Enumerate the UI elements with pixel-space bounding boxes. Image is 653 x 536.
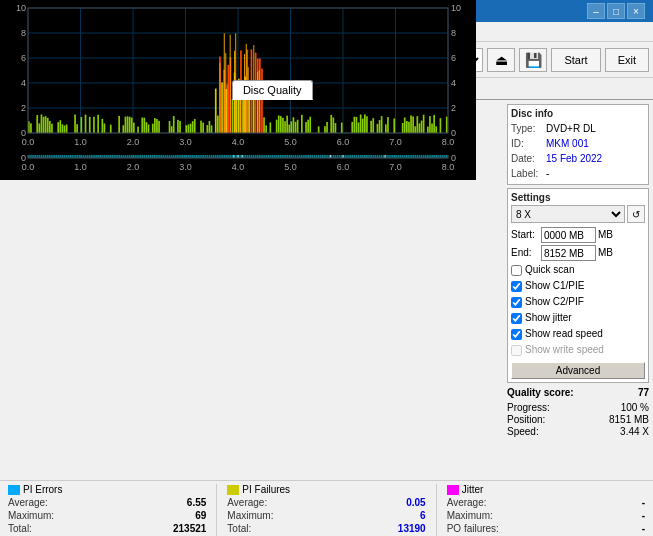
pif-avg-label: Average: bbox=[227, 497, 267, 508]
jitter-avg-value: - bbox=[642, 497, 645, 508]
pi-errors-legend: PI Errors Average: 6.55 Maximum: 69 Tota… bbox=[8, 484, 206, 536]
disc-label-label: Label: bbox=[511, 166, 543, 181]
quality-score-label: Quality score: bbox=[507, 387, 574, 398]
jitter-title: Jitter bbox=[462, 484, 484, 495]
show-writespeed-checkbox[interactable] bbox=[511, 345, 522, 356]
jitter-po-label: PO failures: bbox=[447, 523, 499, 534]
main-content: Disc info Type: DVD+R DL ID: MKM 001 Dat… bbox=[0, 100, 653, 480]
settings-section: Settings 8 X ↺ Start: MB End: MB Quick s… bbox=[507, 188, 649, 383]
show-jitter-label: Show jitter bbox=[525, 310, 572, 326]
end-mb-label: End: bbox=[511, 244, 539, 262]
progress-section: Progress: 100 % Position: 8151 MB Speed:… bbox=[507, 402, 649, 437]
refresh-button[interactable]: ↺ bbox=[627, 205, 645, 223]
save-button[interactable]: 💾 bbox=[519, 48, 547, 72]
pif-total-value: 13190 bbox=[398, 523, 426, 534]
legend-area: PI Errors Average: 6.55 Maximum: 69 Tota… bbox=[0, 480, 653, 536]
show-readspeed-checkbox[interactable] bbox=[511, 329, 522, 340]
quality-score-row: Quality score: 77 bbox=[507, 386, 649, 399]
show-c1pie-label: Show C1/PIE bbox=[525, 278, 584, 294]
pif-max-value: 6 bbox=[420, 510, 426, 521]
pi-failures-title: PI Failures bbox=[242, 484, 290, 495]
speed-label: Speed: bbox=[507, 426, 539, 437]
settings-title: Settings bbox=[511, 192, 645, 203]
type-label: Type: bbox=[511, 121, 543, 136]
type-value: DVD+R DL bbox=[546, 121, 596, 136]
date-label: Date: bbox=[511, 151, 543, 166]
pi-failures-color-box bbox=[227, 485, 239, 495]
eject-button[interactable]: ⏏ bbox=[487, 48, 515, 72]
progress-label: Progress: bbox=[507, 402, 550, 413]
position-label: Position: bbox=[507, 414, 545, 425]
pif-avg-value: 0.05 bbox=[406, 497, 425, 508]
jitter-color-box bbox=[447, 485, 459, 495]
divider-2 bbox=[436, 484, 437, 536]
maximize-button[interactable]: □ bbox=[607, 3, 625, 19]
advanced-button[interactable]: Advanced bbox=[511, 362, 645, 379]
show-c1pie-checkbox[interactable] bbox=[511, 281, 522, 292]
pi-max-label: Maximum: bbox=[8, 510, 54, 521]
pif-total-label: Total: bbox=[227, 523, 251, 534]
end-mb-unit: MB bbox=[598, 244, 613, 262]
minimize-button[interactable]: – bbox=[587, 3, 605, 19]
pi-total-value: 213521 bbox=[173, 523, 206, 534]
show-c2pif-checkbox[interactable] bbox=[511, 297, 522, 308]
jitter-legend: Jitter Average: - Maximum: - PO failures… bbox=[447, 484, 645, 536]
bottom-chart-canvas bbox=[0, 0, 476, 155]
show-c2pif-label: Show C2/PIF bbox=[525, 294, 584, 310]
jitter-po-value: - bbox=[642, 523, 645, 534]
pi-max-value: 69 bbox=[195, 510, 206, 521]
quickscan-label: Quick scan bbox=[525, 262, 574, 278]
disc-label-value: - bbox=[546, 166, 549, 181]
quality-score-value: 77 bbox=[638, 387, 649, 398]
start-mb-unit: MB bbox=[598, 226, 613, 244]
start-mb-input[interactable] bbox=[541, 227, 596, 243]
quickscan-checkbox[interactable] bbox=[511, 265, 522, 276]
jitter-avg-label: Average: bbox=[447, 497, 487, 508]
start-button[interactable]: Start bbox=[551, 48, 600, 72]
pi-avg-value: 6.55 bbox=[187, 497, 206, 508]
show-readspeed-label: Show read speed bbox=[525, 326, 603, 342]
id-value: MKM 001 bbox=[546, 136, 589, 151]
window-controls: – □ × bbox=[587, 3, 645, 19]
pi-avg-label: Average: bbox=[8, 497, 48, 508]
jitter-max-value: - bbox=[642, 510, 645, 521]
id-label: ID: bbox=[511, 136, 543, 151]
show-writespeed-label: Show write speed bbox=[525, 342, 604, 358]
pi-errors-color-box bbox=[8, 485, 20, 495]
jitter-max-label: Maximum: bbox=[447, 510, 493, 521]
speed-selector[interactable]: 8 X bbox=[511, 205, 625, 223]
close-button[interactable]: × bbox=[627, 3, 645, 19]
pi-errors-title: PI Errors bbox=[23, 484, 62, 495]
side-panel: Disc info Type: DVD+R DL ID: MKM 001 Dat… bbox=[503, 100, 653, 480]
progress-value: 100 % bbox=[621, 402, 649, 413]
divider-1 bbox=[216, 484, 217, 536]
end-mb-input[interactable] bbox=[541, 245, 596, 261]
pif-max-label: Maximum: bbox=[227, 510, 273, 521]
pi-total-label: Total: bbox=[8, 523, 32, 534]
disc-info-section: Disc info Type: DVD+R DL ID: MKM 001 Dat… bbox=[507, 104, 649, 185]
position-value: 8151 MB bbox=[609, 414, 649, 425]
exit-button[interactable]: Exit bbox=[605, 48, 649, 72]
date-value: 15 Feb 2022 bbox=[546, 151, 602, 166]
start-mb-label: Start: bbox=[511, 226, 539, 244]
tab-disc-quality[interactable]: Disc Quality bbox=[232, 80, 313, 100]
disc-info-title: Disc info bbox=[511, 108, 645, 119]
charts-container bbox=[4, 104, 501, 480]
show-jitter-checkbox[interactable] bbox=[511, 313, 522, 324]
pi-failures-legend: PI Failures Average: 0.05 Maximum: 6 Tot… bbox=[227, 484, 425, 536]
speed-value: 3.44 X bbox=[620, 426, 649, 437]
